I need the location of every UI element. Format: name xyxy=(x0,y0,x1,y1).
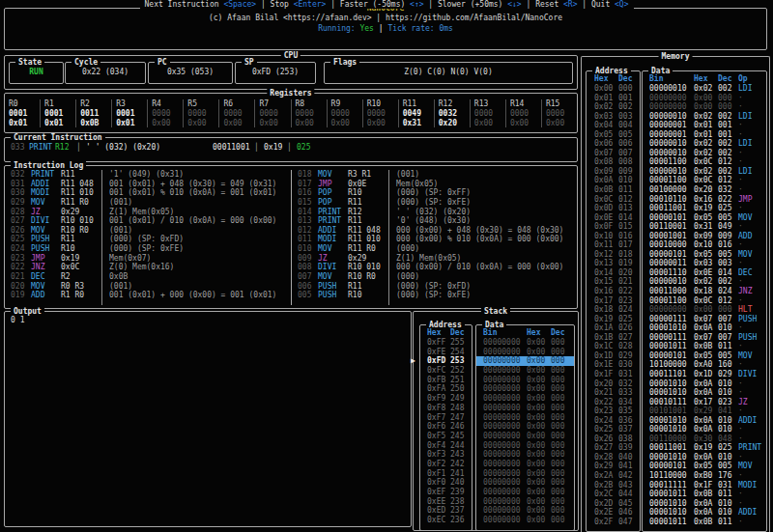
stack-addr-dec: 249 xyxy=(450,394,464,404)
memory-addr-dec: 027 xyxy=(618,333,632,343)
log-opcode: JMP xyxy=(318,180,331,189)
memory-data-opcode: MOV xyxy=(738,213,752,223)
keybinding-next-instruction[interactable]: Next Instruction <Space> xyxy=(145,0,257,9)
memory-address-row: 0x20032 xyxy=(587,379,640,389)
stack-data-row: 000000000x00000 xyxy=(476,422,574,432)
memory-data-opcode-empty: · xyxy=(738,406,743,416)
memory-data-bin: 10110000 xyxy=(649,471,687,481)
keybinding-slower-50ms-[interactable]: Slower (+50ms) <↓> xyxy=(438,0,522,9)
memory-data-bin: 00001010 xyxy=(649,453,687,462)
memory-address-row: 0x17023 xyxy=(587,296,640,306)
stack-addr-hex: 0xEE xyxy=(427,497,445,507)
cpu-panel: CPU State RUN Cycle 0x22 (034) PC 0x35 (… xyxy=(4,55,578,90)
stack-data-hex: 0x00 xyxy=(527,488,545,497)
memory-addr-hex: 0x0F xyxy=(594,222,613,232)
stack-data-bin: 00000000 xyxy=(483,384,521,394)
memory-data-dec: 010 xyxy=(718,323,731,333)
memory-data-dec: 002 xyxy=(718,149,731,158)
memory-addr-hex: 0x03 xyxy=(594,112,613,122)
stack-data-row: 000000000x00000 xyxy=(476,469,574,479)
memory-data-bin: 00000010 xyxy=(649,84,687,94)
memory-address-row: 0x1A026 xyxy=(587,323,640,333)
register-dec-value: 0000 xyxy=(187,109,218,119)
register-name: R0 xyxy=(9,99,40,109)
memory-data-opcode-empty: · xyxy=(738,388,743,398)
memory-addr-dec: 046 xyxy=(618,508,632,518)
log-opcode: PUSH xyxy=(31,235,49,244)
keybinding-separator: | xyxy=(326,0,339,9)
memory-data-row: 000110010x19025PRINT xyxy=(643,443,766,453)
memory-address-row: 0x08008 xyxy=(587,157,640,167)
stack-address-row: 0xFF255 xyxy=(420,338,472,348)
keybinding-faster-50ms-[interactable]: Faster (-50ms) <↑> xyxy=(340,0,424,9)
log-row: 018MOVR3 R1(001) xyxy=(292,170,576,180)
stack-address-row: 0xEE238 xyxy=(420,497,472,507)
register-name: R13 xyxy=(474,99,505,109)
memory-data-hex: 0x0B xyxy=(694,490,712,499)
runtime-status-line: Running: Yes | Tick rate: 0ms xyxy=(5,24,766,33)
memory-address-rows: 0x000000x010010x020020x030030x040040x050… xyxy=(587,84,640,526)
memory-data-row: 000001110x07007PUSH xyxy=(643,315,766,324)
memory-data-dec: 001 xyxy=(718,121,731,130)
register-name: R11 xyxy=(403,99,434,109)
memory-data-opcode: JMP xyxy=(738,195,752,205)
log-opcode: MOV xyxy=(318,170,331,180)
memory-data-row: 000110010x19025· xyxy=(643,204,766,213)
log-line-number: 026 xyxy=(11,226,24,236)
stack-addr-hex: 0xF7 xyxy=(427,413,445,423)
memory-data-dec: 025 xyxy=(718,443,731,453)
memory-data-opcode: LDI xyxy=(738,167,752,177)
memory-address-row: 0x0C012 xyxy=(587,195,640,205)
memory-addr-dec: 038 xyxy=(618,434,632,444)
log-description: 000 (0x00) + 048 (0x30) = 048 (0x30) xyxy=(396,226,563,236)
log-description: (000) xyxy=(396,272,419,282)
stack-data-row: 000000000x00000 xyxy=(476,516,574,525)
memory-data-opcode: ADDI xyxy=(738,416,757,426)
stack-data-row: 000000000x00000 xyxy=(476,376,574,385)
memory-data-hex: 0x0E xyxy=(694,268,712,278)
log-opcode: PUSH xyxy=(318,282,336,292)
stack-addr-dec: 236 xyxy=(450,516,464,525)
log-opcode: MOV xyxy=(31,282,44,292)
running-value: Yes xyxy=(359,24,373,33)
memory-data-hex: 0x05 xyxy=(694,351,712,361)
memory-data-opcode: PUSH xyxy=(738,315,757,324)
memory-addr-dec: 045 xyxy=(618,499,632,509)
log-operands: R2 xyxy=(61,272,71,282)
memory-address-row: 0x23035 xyxy=(587,406,640,416)
memory-address-box: Address Hex Dec 0x000000x010010x020020x0… xyxy=(586,70,641,532)
memory-data-hex: 0x0A xyxy=(694,416,712,426)
memory-data-opcode: LDI xyxy=(738,112,752,122)
keybinding-stop[interactable]: Stop <Enter> xyxy=(271,0,327,9)
register-name: R10 xyxy=(367,99,398,109)
register-dec-value: 0000 xyxy=(223,109,254,119)
memory-address-row: 0x1D029 xyxy=(587,351,640,361)
keybinding-separator: | xyxy=(256,0,270,9)
register-cell-r3: R300010x01 xyxy=(112,99,148,127)
memory-data-dec: 176 xyxy=(718,471,731,481)
memory-data-hex: 0x01 xyxy=(694,121,712,130)
stack-address-row: 0xEC236 xyxy=(420,516,472,525)
log-line-number: 012 xyxy=(298,226,311,236)
memory-address-row: 0x09009 xyxy=(587,167,640,177)
log-line-number: 007 xyxy=(298,272,311,282)
memory-address-row: 0x2E046 xyxy=(587,508,640,518)
keybinding-quit[interactable]: Quit <Q> xyxy=(591,0,629,9)
stack-addr-hex: 0xFA xyxy=(427,384,445,394)
keybinding-reset[interactable]: Reset <R> xyxy=(535,0,577,9)
log-description: Mem(0x07) xyxy=(109,254,151,264)
register-dec-value: 0032 xyxy=(439,109,470,119)
memory-data-dec: 011 xyxy=(718,490,731,499)
log-operands: R10 xyxy=(61,244,74,254)
memory-data-row: 000001010x05005MOV xyxy=(643,462,766,471)
memory-data-bin: 00000010 xyxy=(649,167,687,177)
stack-data-bin: 00000000 xyxy=(483,506,521,516)
stack-addr-dec: 251 xyxy=(450,376,464,385)
memory-data-hex: 0x00 xyxy=(694,94,712,103)
current-instruction-title: Current Instruction xyxy=(11,133,105,142)
memory-addr-dec: 024 xyxy=(618,305,632,315)
memory-data-row: 000101110x17023JZ xyxy=(643,398,766,407)
memory-data-row: 000111110x1F031MODI xyxy=(643,481,766,490)
register-cell-r0: R000010x01 xyxy=(5,99,41,127)
memory-data-opcode-empty: · xyxy=(738,342,743,351)
